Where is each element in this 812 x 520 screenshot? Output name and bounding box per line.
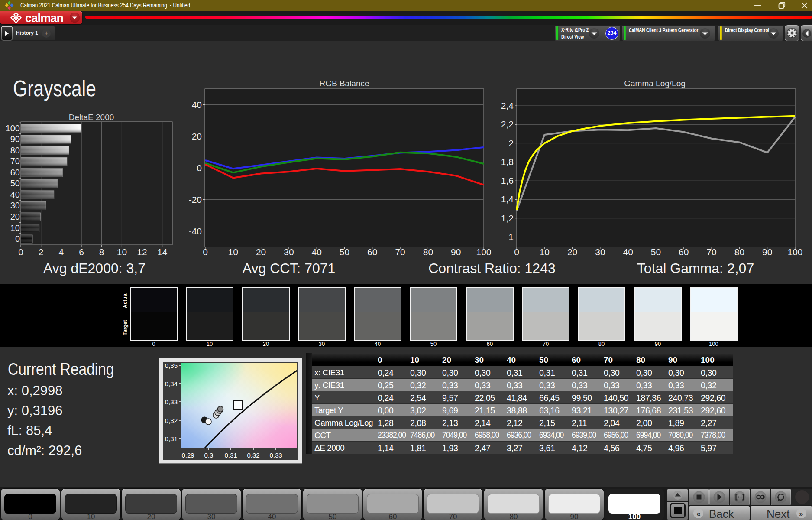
- svg-text:-20: -20: [189, 195, 202, 205]
- svg-text:90: 90: [10, 134, 20, 144]
- svg-text:1: 1: [508, 232, 514, 242]
- svg-text:0,31: 0,31: [224, 452, 237, 459]
- svg-text:0: 0: [15, 234, 20, 244]
- svg-text:«: «: [696, 510, 700, 518]
- svg-text:0,32: 0,32: [247, 452, 259, 459]
- svg-text:2: 2: [508, 138, 514, 148]
- svg-text:1,4: 1,4: [501, 194, 514, 204]
- svg-text:10: 10: [10, 223, 20, 233]
- svg-text:0,33: 0,33: [165, 398, 178, 406]
- svg-text:Gamma Log/Log: Gamma Log/Log: [624, 79, 686, 88]
- svg-text:30: 30: [10, 201, 20, 210]
- svg-text:40: 40: [192, 100, 202, 110]
- svg-text:8: 8: [99, 247, 104, 257]
- svg-text:0,33: 0,33: [269, 452, 282, 459]
- svg-text:20: 20: [192, 131, 202, 141]
- svg-text:1,6: 1,6: [501, 176, 514, 185]
- svg-text:12: 12: [137, 247, 147, 257]
- svg-text:0,31: 0,31: [165, 435, 178, 442]
- svg-text:20: 20: [10, 212, 20, 221]
- svg-text:2: 2: [39, 247, 44, 257]
- svg-text:RGB Balance: RGB Balance: [319, 79, 369, 88]
- svg-text:0,35: 0,35: [165, 362, 178, 369]
- svg-text:0: 0: [18, 247, 23, 257]
- svg-text:0,3: 0,3: [204, 452, 214, 459]
- svg-text:100: 100: [6, 124, 20, 133]
- svg-text:-40: -40: [189, 226, 202, 236]
- svg-text:4: 4: [58, 247, 64, 257]
- svg-text:6: 6: [79, 247, 84, 257]
- svg-text:1,2: 1,2: [501, 213, 514, 223]
- svg-text:0,34: 0,34: [165, 380, 178, 387]
- svg-text:10: 10: [117, 247, 127, 257]
- svg-text:DeltaE 2000: DeltaE 2000: [69, 113, 114, 122]
- svg-text:40: 40: [10, 190, 20, 199]
- svg-text:50: 50: [10, 179, 20, 188]
- svg-text:14: 14: [157, 247, 168, 257]
- svg-text:2,4: 2,4: [501, 101, 514, 110]
- svg-text:0,29: 0,29: [181, 452, 194, 459]
- svg-text:70: 70: [10, 156, 20, 166]
- svg-text:0: 0: [197, 163, 202, 173]
- svg-text:0,32: 0,32: [165, 417, 178, 424]
- svg-text:2,2: 2,2: [501, 119, 514, 129]
- svg-text:60: 60: [10, 168, 20, 177]
- svg-text:80: 80: [10, 146, 20, 155]
- svg-text:»: »: [799, 510, 803, 518]
- svg-text:1,8: 1,8: [501, 157, 514, 167]
